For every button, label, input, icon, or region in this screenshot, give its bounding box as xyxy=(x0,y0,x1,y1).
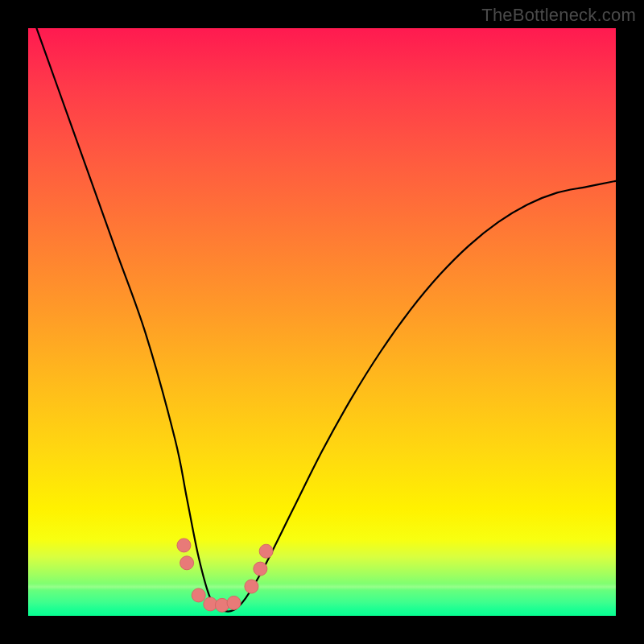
chart-frame: TheBottleneck.com xyxy=(0,0,644,644)
plot-area xyxy=(28,28,616,616)
watermark-text: TheBottleneck.com xyxy=(481,5,636,26)
gradient-band-overlay xyxy=(28,584,616,616)
